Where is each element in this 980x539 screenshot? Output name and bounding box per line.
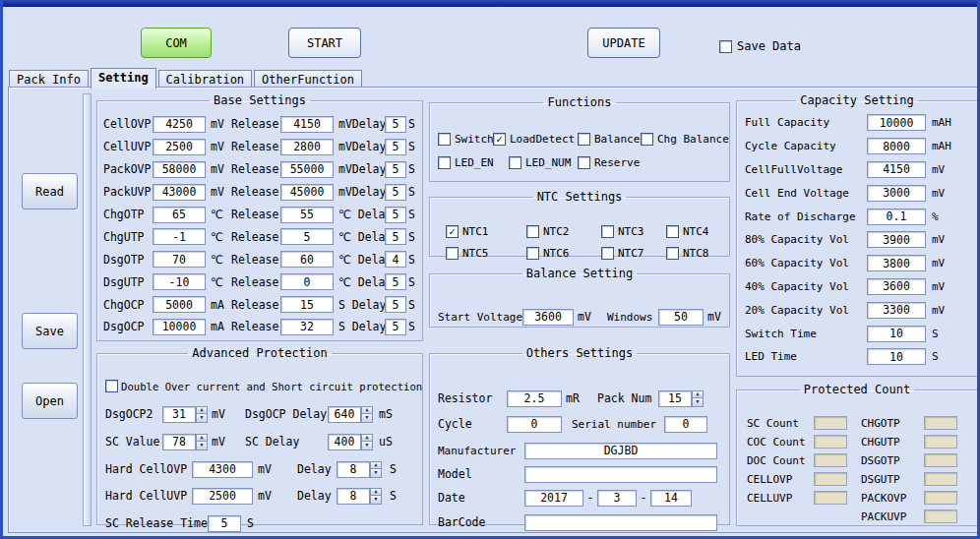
80-capacity-vol-input[interactable] bbox=[867, 231, 926, 248]
chgotp-delay-input[interactable] bbox=[385, 207, 406, 223]
serial-number-input[interactable] bbox=[664, 416, 707, 433]
checkbox-box[interactable] bbox=[719, 40, 732, 53]
packuvp-release-input[interactable] bbox=[280, 184, 334, 201]
chgotp-value-input[interactable] bbox=[153, 207, 206, 223]
40-capacity-vol-input[interactable] bbox=[867, 278, 926, 295]
windows-input[interactable] bbox=[658, 309, 704, 326]
checkbox-box[interactable]: ✓ bbox=[446, 225, 459, 238]
manufacturer-input[interactable] bbox=[524, 443, 717, 459]
led-time-input[interactable] bbox=[867, 348, 926, 365]
checkbox-balance[interactable]: Balance bbox=[578, 133, 640, 146]
packuvp-value-input[interactable] bbox=[153, 184, 206, 201]
spinner-up-icon[interactable]: ▲ bbox=[196, 434, 208, 443]
spinner-up-icon[interactable]: ▲ bbox=[361, 406, 373, 415]
rate-of-discharge-input[interactable] bbox=[867, 209, 926, 225]
spinner-up-icon[interactable]: ▲ bbox=[370, 488, 382, 497]
celluvp-delay-input[interactable] bbox=[385, 139, 406, 155]
read-button[interactable]: Read bbox=[22, 173, 78, 210]
celluvp-value-input[interactable] bbox=[153, 139, 206, 155]
hard-celluvp-input[interactable] bbox=[192, 488, 253, 505]
checkbox-box[interactable]: ✓ bbox=[493, 133, 506, 146]
spinner-down-icon[interactable]: ▼ bbox=[361, 414, 373, 423]
cellovp-release-input[interactable] bbox=[280, 116, 334, 133]
hard-cellovp-delay-input[interactable] bbox=[337, 461, 370, 478]
sc-delay-input[interactable] bbox=[328, 434, 361, 450]
checkbox-box[interactable] bbox=[526, 225, 539, 238]
checkbox-led-en[interactable]: LED_EN bbox=[438, 156, 494, 169]
checkbox-box[interactable] bbox=[601, 225, 614, 238]
dsgutp-value-input[interactable] bbox=[153, 273, 206, 290]
update-button[interactable]: UPDATE bbox=[587, 28, 660, 58]
dsgocp-delay-input[interactable] bbox=[328, 406, 361, 423]
spinner-up-icon[interactable]: ▲ bbox=[361, 434, 373, 443]
checkbox-box[interactable] bbox=[666, 247, 679, 260]
checkbox-double-over-current-short-circuit[interactable]: Double Over current and Short circuit pr… bbox=[105, 380, 422, 392]
celluvp-release-input[interactable] bbox=[280, 139, 334, 155]
date-year-input[interactable] bbox=[524, 490, 583, 507]
spinner-up-icon[interactable]: ▲ bbox=[370, 461, 382, 470]
packuvp-delay-input[interactable] bbox=[385, 184, 406, 201]
start-button[interactable]: START bbox=[288, 28, 361, 58]
sc-release-time-input[interactable] bbox=[208, 515, 241, 532]
chgutp-release-input[interactable] bbox=[280, 228, 334, 245]
checkbox-box[interactable] bbox=[446, 247, 459, 260]
switch-time-input[interactable] bbox=[867, 326, 926, 342]
tab-setting[interactable]: Setting bbox=[91, 68, 156, 89]
com-button[interactable]: COM bbox=[141, 28, 212, 58]
model-input[interactable] bbox=[524, 466, 717, 483]
chgotp-release-input[interactable] bbox=[280, 207, 334, 223]
cycle-input[interactable] bbox=[507, 416, 562, 433]
start-voltage-input[interactable] bbox=[522, 309, 574, 326]
barcode-input[interactable] bbox=[524, 514, 717, 531]
checkbox-ntc5[interactable]: NTC5 bbox=[446, 247, 489, 260]
spinner-down-icon[interactable]: ▼ bbox=[370, 469, 382, 478]
checkbox-ntc4[interactable]: NTC4 bbox=[666, 225, 709, 238]
dsgocp-release-input[interactable] bbox=[280, 319, 334, 335]
dsgotp-release-input[interactable] bbox=[280, 251, 334, 268]
full-capacity-input[interactable] bbox=[867, 114, 926, 131]
resistor-input[interactable] bbox=[507, 390, 562, 407]
dsgutp-delay-input[interactable] bbox=[385, 273, 406, 290]
cellovp-value-input[interactable] bbox=[153, 116, 206, 133]
dsgocp-delay-input[interactable] bbox=[385, 319, 406, 335]
spinner-up-icon[interactable]: ▲ bbox=[692, 390, 704, 399]
chgutp-delay-input[interactable] bbox=[385, 228, 406, 245]
60-capacity-vol-input[interactable] bbox=[867, 255, 926, 271]
checkbox-ntc6[interactable]: NTC6 bbox=[526, 247, 570, 260]
checkbox-switch[interactable]: Switch bbox=[438, 133, 494, 146]
checkbox-chg-balance[interactable]: Chg Balance bbox=[641, 133, 729, 146]
dsgocp-value-input[interactable] bbox=[153, 319, 206, 335]
chgocp-release-input[interactable] bbox=[280, 296, 334, 313]
spinner-down-icon[interactable]: ▼ bbox=[361, 442, 373, 450]
checkbox-ntc8[interactable]: NTC8 bbox=[666, 247, 709, 260]
cycle-capacity-input[interactable] bbox=[867, 138, 926, 154]
checkbox-loaddetect[interactable]: ✓LoadDetect bbox=[493, 133, 575, 146]
dsgocp2-input[interactable] bbox=[162, 406, 196, 423]
dsgotp-delay-input[interactable] bbox=[385, 251, 406, 268]
checkbox-box[interactable] bbox=[509, 156, 521, 169]
checkbox-ntc3[interactable]: NTC3 bbox=[601, 225, 644, 238]
cellfullvoltage-input[interactable] bbox=[867, 161, 926, 178]
packovp-value-input[interactable] bbox=[153, 161, 206, 178]
checkbox-box[interactable] bbox=[438, 156, 451, 169]
checkbox-box[interactable] bbox=[578, 156, 590, 169]
spinner-down-icon[interactable]: ▼ bbox=[196, 442, 208, 450]
checkbox-box[interactable] bbox=[526, 247, 539, 260]
checkbox-ntc2[interactable]: NTC2 bbox=[526, 225, 570, 238]
vertical-splitter[interactable] bbox=[83, 93, 92, 526]
dsgotp-value-input[interactable] bbox=[153, 251, 206, 268]
checkbox-box[interactable] bbox=[641, 133, 653, 146]
date-day-input[interactable] bbox=[650, 490, 692, 507]
dsgutp-release-input[interactable] bbox=[280, 273, 334, 290]
checkbox-box[interactable] bbox=[105, 380, 118, 392]
checkbox-reserve[interactable]: Reserve bbox=[578, 156, 640, 169]
hard-cellovp-input[interactable] bbox=[192, 461, 253, 478]
checkbox-box[interactable] bbox=[666, 225, 679, 238]
date-month-input[interactable] bbox=[597, 490, 637, 507]
spinner-down-icon[interactable]: ▼ bbox=[196, 414, 208, 423]
checkbox-box[interactable] bbox=[601, 247, 614, 260]
save-data-checkbox[interactable]: Save Data bbox=[719, 39, 801, 53]
checkbox-ntc7[interactable]: NTC7 bbox=[601, 247, 644, 260]
packovp-release-input[interactable] bbox=[280, 161, 334, 178]
spinner-down-icon[interactable]: ▼ bbox=[692, 398, 704, 407]
